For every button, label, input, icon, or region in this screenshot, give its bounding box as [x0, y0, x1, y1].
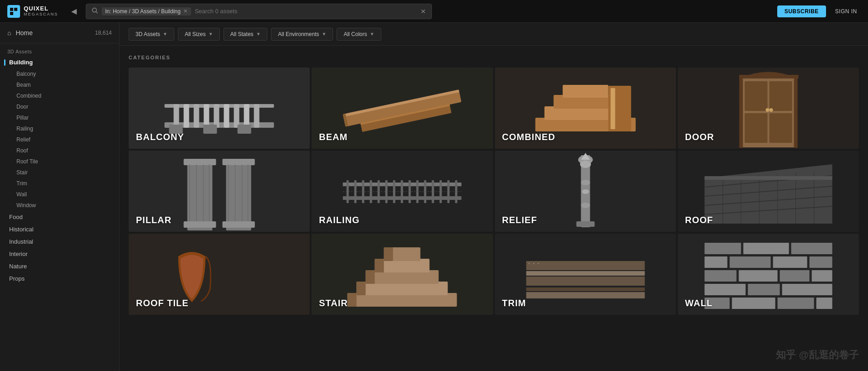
svg-rect-117	[526, 271, 645, 276]
sidebar-item-props[interactable]: Props	[0, 272, 119, 285]
sidebar-subitem-roof-tile[interactable]: Roof Tile	[0, 156, 119, 167]
svg-rect-123	[537, 263, 539, 264]
sidebar-item-nature[interactable]: Nature	[0, 260, 119, 272]
svg-rect-0	[10, 8, 13, 11]
search-pill: In: Home / 3D Assets / Building ✕	[102, 7, 191, 16]
search-bar: In: Home / 3D Assets / Building ✕ ✕	[86, 4, 432, 19]
filter-environments[interactable]: All Environments ▼	[271, 28, 333, 41]
content-area: CATEGORIES	[120, 46, 868, 371]
svg-line-5	[96, 12, 98, 14]
sidebar-item-industrial[interactable]: Industrial	[0, 235, 119, 248]
category-label-relief: RELIEF	[502, 215, 537, 225]
svg-rect-119	[526, 287, 645, 291]
svg-rect-127	[791, 243, 832, 254]
watermark: 知乎 @乱逛的卷子	[776, 348, 859, 362]
sidebar-subitem-window[interactable]: Window	[0, 200, 119, 211]
sidebar-subitem-balcony[interactable]: Balcony	[0, 68, 119, 79]
category-label-beam: BEAM	[319, 132, 348, 142]
svg-point-4	[92, 8, 96, 12]
category-label-stair: STAIR	[319, 298, 348, 308]
home-icon: ⌂	[7, 29, 11, 37]
category-label-combined: COMBINED	[502, 132, 556, 142]
category-card-wall[interactable]: WALL	[678, 234, 859, 315]
sidebar-subitem-beam[interactable]: Beam	[0, 79, 119, 90]
search-icon	[92, 7, 98, 15]
collapse-button[interactable]: ◀	[68, 5, 80, 17]
svg-rect-55	[223, 159, 255, 165]
sidebar-subitem-pillar[interactable]: Pillar	[0, 112, 119, 123]
category-card-stair[interactable]: STAIR	[312, 234, 493, 315]
svg-rect-130	[773, 256, 807, 268]
category-label-wall: WALL	[685, 298, 713, 308]
svg-rect-132	[704, 270, 736, 282]
category-label-pillar: PILLAR	[136, 215, 172, 225]
svg-point-84	[580, 161, 591, 168]
filter-3dassets[interactable]: 3D Assets ▼	[129, 28, 174, 41]
svg-rect-138	[782, 284, 832, 295]
svg-rect-37	[744, 81, 767, 111]
search-pill-close[interactable]: ✕	[183, 8, 187, 14]
sidebar-subitem-combined[interactable]: Combined	[0, 90, 119, 101]
search-pill-text: In: Home / 3D Assets / Building	[105, 8, 181, 15]
svg-rect-125	[704, 243, 741, 254]
filter-states-label: All States	[230, 31, 254, 37]
sidebar-subitem-trim[interactable]: Trim	[0, 178, 119, 189]
home-count: 18,614	[95, 30, 112, 36]
category-label-roof-tile: ROOF TILE	[136, 298, 189, 308]
search-input[interactable]	[195, 8, 417, 15]
svg-point-86	[582, 189, 589, 194]
sidebar-item-building[interactable]: Building	[0, 56, 119, 68]
svg-rect-47	[187, 160, 213, 230]
filter-sizes-label: All Sizes	[185, 31, 206, 37]
category-card-trim[interactable]: TRIM	[495, 234, 676, 315]
logo-quixel: QUIXEL	[24, 5, 58, 12]
sidebar-subitem-stair[interactable]: Stair	[0, 167, 119, 178]
svg-rect-120	[526, 292, 645, 298]
subscribe-button[interactable]: SUBSCRIBE	[777, 5, 826, 17]
filter-3dassets-chevron: ▼	[163, 31, 167, 37]
svg-rect-128	[704, 256, 727, 268]
category-card-balcony[interactable]: BALCONY	[129, 68, 310, 149]
sidebar-item-historical[interactable]: Historical	[0, 223, 119, 235]
sidebar-subitem-relief[interactable]: Relief	[0, 134, 119, 145]
category-card-railing[interactable]: RAILING	[312, 151, 493, 232]
sidebar-home-label: Home	[16, 29, 32, 37]
category-card-beam[interactable]: BEAM	[312, 68, 493, 149]
search-clear-icon[interactable]: ✕	[421, 8, 426, 15]
sidebar-subitem-roof[interactable]: Roof	[0, 145, 119, 156]
svg-rect-134	[780, 270, 809, 282]
filter-states[interactable]: All States ▼	[223, 28, 268, 41]
svg-rect-129	[729, 256, 770, 268]
svg-rect-3	[14, 12, 17, 15]
sidebar-item-interior[interactable]: Interior	[0, 248, 119, 260]
category-card-pillar[interactable]: PILLAR	[129, 151, 310, 232]
svg-rect-122	[533, 263, 534, 264]
sidebar-subitem-railing[interactable]: Railing	[0, 123, 119, 134]
svg-rect-39	[744, 113, 767, 143]
svg-rect-141	[777, 298, 814, 309]
category-card-combined[interactable]: COMBINED	[495, 68, 676, 149]
sidebar-item-food[interactable]: Food	[0, 211, 119, 223]
sidebar: ⌂ Home 18,614 3D Assets Building Balcony…	[0, 23, 120, 371]
signin-button[interactable]: SIGN IN	[832, 5, 861, 17]
svg-rect-131	[809, 256, 832, 268]
category-card-door[interactable]: DOOR	[678, 68, 859, 149]
svg-point-87	[581, 203, 590, 208]
filter-bar: 3D Assets ▼ All Sizes ▼ All States ▼ All…	[120, 23, 868, 46]
sidebar-home[interactable]: ⌂ Home 18,614	[0, 23, 119, 43]
filter-environments-label: All Environments	[278, 31, 319, 37]
svg-rect-142	[816, 298, 832, 309]
sidebar-subitem-wall[interactable]: Wall	[0, 189, 119, 200]
category-card-roof-tile[interactable]: ROOF TILE	[129, 234, 310, 315]
category-card-roof[interactable]: ROOF	[678, 151, 859, 232]
category-card-relief[interactable]: RELIEF	[495, 151, 676, 232]
sidebar-subitem-door[interactable]: Door	[0, 101, 119, 112]
topbar: QUIXEL MEGASCANS ◀ In: Home / 3D Assets …	[0, 0, 868, 23]
svg-rect-112	[366, 270, 375, 284]
svg-rect-43	[739, 76, 743, 148]
svg-rect-33	[610, 88, 615, 129]
filter-colors[interactable]: All Colors ▼	[337, 28, 381, 41]
svg-rect-118	[526, 277, 645, 286]
filter-sizes[interactable]: All Sizes ▼	[178, 28, 220, 41]
svg-rect-121	[528, 263, 530, 264]
